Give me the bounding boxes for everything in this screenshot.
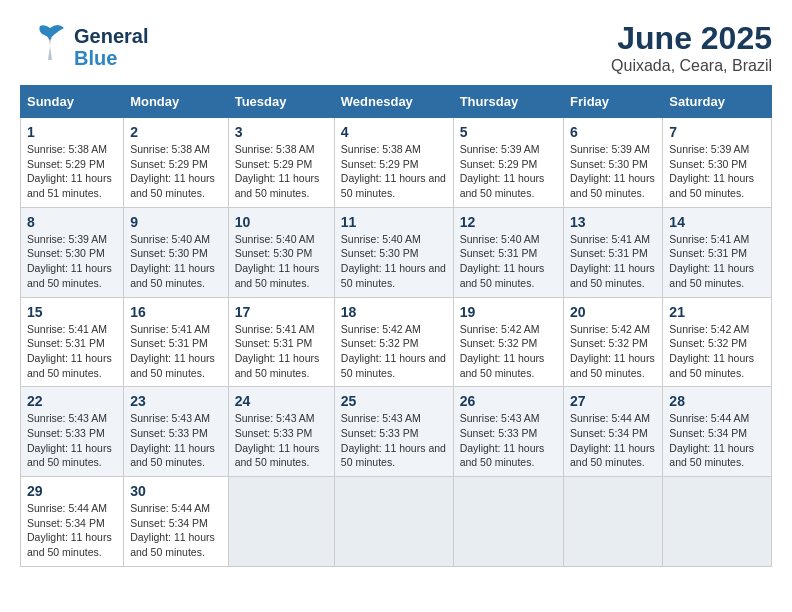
col-wednesday: Wednesday [334, 86, 453, 118]
day-info: Sunrise: 5:40 AM Sunset: 5:30 PM Dayligh… [341, 232, 447, 291]
day-number: 22 [27, 393, 117, 409]
day-info: Sunrise: 5:44 AM Sunset: 5:34 PM Dayligh… [27, 501, 117, 560]
col-saturday: Saturday [663, 86, 772, 118]
page-header: General Blue June 2025 Quixada, Ceara, B… [20, 20, 772, 75]
calendar-cell: 10 Sunrise: 5:40 AM Sunset: 5:30 PM Dayl… [228, 207, 334, 297]
calendar-cell: 4 Sunrise: 5:38 AM Sunset: 5:29 PM Dayli… [334, 118, 453, 208]
calendar-week-row: 1 Sunrise: 5:38 AM Sunset: 5:29 PM Dayli… [21, 118, 772, 208]
day-info: Sunrise: 5:42 AM Sunset: 5:32 PM Dayligh… [460, 322, 557, 381]
day-number: 12 [460, 214, 557, 230]
calendar-cell: 24 Sunrise: 5:43 AM Sunset: 5:33 PM Dayl… [228, 387, 334, 477]
calendar-cell: 30 Sunrise: 5:44 AM Sunset: 5:34 PM Dayl… [124, 477, 229, 567]
day-info: Sunrise: 5:43 AM Sunset: 5:33 PM Dayligh… [341, 411, 447, 470]
day-info: Sunrise: 5:38 AM Sunset: 5:29 PM Dayligh… [130, 142, 222, 201]
day-number: 2 [130, 124, 222, 140]
calendar-cell: 2 Sunrise: 5:38 AM Sunset: 5:29 PM Dayli… [124, 118, 229, 208]
day-number: 30 [130, 483, 222, 499]
calendar-week-row: 15 Sunrise: 5:41 AM Sunset: 5:31 PM Dayl… [21, 297, 772, 387]
calendar-cell: 27 Sunrise: 5:44 AM Sunset: 5:34 PM Dayl… [564, 387, 663, 477]
day-info: Sunrise: 5:41 AM Sunset: 5:31 PM Dayligh… [570, 232, 656, 291]
calendar-cell: 18 Sunrise: 5:42 AM Sunset: 5:32 PM Dayl… [334, 297, 453, 387]
calendar-cell: 15 Sunrise: 5:41 AM Sunset: 5:31 PM Dayl… [21, 297, 124, 387]
day-number: 8 [27, 214, 117, 230]
calendar-subtitle: Quixada, Ceara, Brazil [611, 57, 772, 75]
calendar-week-row: 29 Sunrise: 5:44 AM Sunset: 5:34 PM Dayl… [21, 477, 772, 567]
day-info: Sunrise: 5:38 AM Sunset: 5:29 PM Dayligh… [235, 142, 328, 201]
calendar-cell: 25 Sunrise: 5:43 AM Sunset: 5:33 PM Dayl… [334, 387, 453, 477]
day-number: 13 [570, 214, 656, 230]
day-number: 9 [130, 214, 222, 230]
day-info: Sunrise: 5:39 AM Sunset: 5:29 PM Dayligh… [460, 142, 557, 201]
day-number: 17 [235, 304, 328, 320]
day-number: 14 [669, 214, 765, 230]
calendar-cell: 17 Sunrise: 5:41 AM Sunset: 5:31 PM Dayl… [228, 297, 334, 387]
calendar-cell: 11 Sunrise: 5:40 AM Sunset: 5:30 PM Dayl… [334, 207, 453, 297]
calendar-cell [228, 477, 334, 567]
day-number: 25 [341, 393, 447, 409]
day-info: Sunrise: 5:40 AM Sunset: 5:31 PM Dayligh… [460, 232, 557, 291]
calendar-cell: 26 Sunrise: 5:43 AM Sunset: 5:33 PM Dayl… [453, 387, 563, 477]
day-info: Sunrise: 5:40 AM Sunset: 5:30 PM Dayligh… [235, 232, 328, 291]
calendar-cell: 12 Sunrise: 5:40 AM Sunset: 5:31 PM Dayl… [453, 207, 563, 297]
day-info: Sunrise: 5:41 AM Sunset: 5:31 PM Dayligh… [669, 232, 765, 291]
day-number: 19 [460, 304, 557, 320]
day-number: 5 [460, 124, 557, 140]
day-number: 4 [341, 124, 447, 140]
header-row: Sunday Monday Tuesday Wednesday Thursday… [21, 86, 772, 118]
day-info: Sunrise: 5:39 AM Sunset: 5:30 PM Dayligh… [669, 142, 765, 201]
day-number: 26 [460, 393, 557, 409]
calendar-cell: 19 Sunrise: 5:42 AM Sunset: 5:32 PM Dayl… [453, 297, 563, 387]
day-info: Sunrise: 5:38 AM Sunset: 5:29 PM Dayligh… [27, 142, 117, 201]
calendar-cell: 14 Sunrise: 5:41 AM Sunset: 5:31 PM Dayl… [663, 207, 772, 297]
day-number: 23 [130, 393, 222, 409]
logo-icon [20, 20, 70, 70]
day-number: 18 [341, 304, 447, 320]
day-info: Sunrise: 5:43 AM Sunset: 5:33 PM Dayligh… [130, 411, 222, 470]
day-number: 28 [669, 393, 765, 409]
day-number: 21 [669, 304, 765, 320]
calendar-cell: 29 Sunrise: 5:44 AM Sunset: 5:34 PM Dayl… [21, 477, 124, 567]
logo-general: General [74, 25, 148, 47]
calendar-cell: 21 Sunrise: 5:42 AM Sunset: 5:32 PM Dayl… [663, 297, 772, 387]
calendar-cell: 9 Sunrise: 5:40 AM Sunset: 5:30 PM Dayli… [124, 207, 229, 297]
calendar-cell: 23 Sunrise: 5:43 AM Sunset: 5:33 PM Dayl… [124, 387, 229, 477]
day-info: Sunrise: 5:40 AM Sunset: 5:30 PM Dayligh… [130, 232, 222, 291]
day-info: Sunrise: 5:43 AM Sunset: 5:33 PM Dayligh… [235, 411, 328, 470]
day-info: Sunrise: 5:41 AM Sunset: 5:31 PM Dayligh… [130, 322, 222, 381]
calendar-cell: 13 Sunrise: 5:41 AM Sunset: 5:31 PM Dayl… [564, 207, 663, 297]
calendar-table: Sunday Monday Tuesday Wednesday Thursday… [20, 85, 772, 567]
day-number: 29 [27, 483, 117, 499]
day-info: Sunrise: 5:39 AM Sunset: 5:30 PM Dayligh… [570, 142, 656, 201]
calendar-week-row: 22 Sunrise: 5:43 AM Sunset: 5:33 PM Dayl… [21, 387, 772, 477]
col-monday: Monday [124, 86, 229, 118]
col-friday: Friday [564, 86, 663, 118]
day-number: 15 [27, 304, 117, 320]
day-number: 3 [235, 124, 328, 140]
calendar-cell [564, 477, 663, 567]
calendar-cell: 22 Sunrise: 5:43 AM Sunset: 5:33 PM Dayl… [21, 387, 124, 477]
day-info: Sunrise: 5:39 AM Sunset: 5:30 PM Dayligh… [27, 232, 117, 291]
calendar-cell: 3 Sunrise: 5:38 AM Sunset: 5:29 PM Dayli… [228, 118, 334, 208]
day-info: Sunrise: 5:41 AM Sunset: 5:31 PM Dayligh… [235, 322, 328, 381]
calendar-cell: 6 Sunrise: 5:39 AM Sunset: 5:30 PM Dayli… [564, 118, 663, 208]
logo-blue: Blue [74, 47, 148, 69]
col-thursday: Thursday [453, 86, 563, 118]
day-info: Sunrise: 5:44 AM Sunset: 5:34 PM Dayligh… [570, 411, 656, 470]
calendar-cell: 28 Sunrise: 5:44 AM Sunset: 5:34 PM Dayl… [663, 387, 772, 477]
calendar-title: June 2025 [611, 20, 772, 57]
day-info: Sunrise: 5:42 AM Sunset: 5:32 PM Dayligh… [570, 322, 656, 381]
col-tuesday: Tuesday [228, 86, 334, 118]
day-number: 10 [235, 214, 328, 230]
day-number: 1 [27, 124, 117, 140]
day-info: Sunrise: 5:44 AM Sunset: 5:34 PM Dayligh… [130, 501, 222, 560]
calendar-cell [334, 477, 453, 567]
day-number: 6 [570, 124, 656, 140]
calendar-cell: 20 Sunrise: 5:42 AM Sunset: 5:32 PM Dayl… [564, 297, 663, 387]
calendar-cell: 8 Sunrise: 5:39 AM Sunset: 5:30 PM Dayli… [21, 207, 124, 297]
calendar-week-row: 8 Sunrise: 5:39 AM Sunset: 5:30 PM Dayli… [21, 207, 772, 297]
day-number: 20 [570, 304, 656, 320]
calendar-cell [663, 477, 772, 567]
calendar-cell [453, 477, 563, 567]
day-info: Sunrise: 5:38 AM Sunset: 5:29 PM Dayligh… [341, 142, 447, 201]
day-info: Sunrise: 5:43 AM Sunset: 5:33 PM Dayligh… [460, 411, 557, 470]
